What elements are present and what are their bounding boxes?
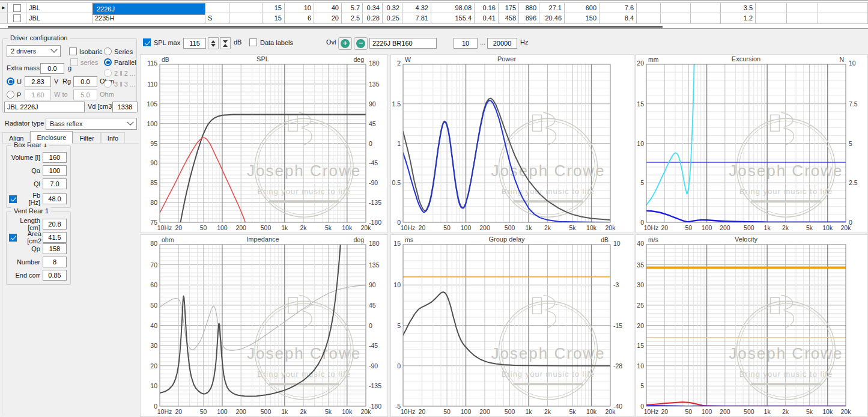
table-cell[interactable]: 6 — [285, 13, 314, 23]
table-cell[interactable]: 40 — [314, 3, 342, 13]
power-ohm-input[interactable] — [73, 90, 97, 100]
table-cell[interactable]: 98.08 — [431, 3, 475, 13]
table-cell[interactable]: 600 — [565, 3, 599, 13]
table-cell[interactable]: 5.7 — [342, 3, 363, 13]
table-cell[interactable]: 0.34 — [363, 3, 383, 13]
table-cell[interactable]: 175 — [499, 3, 519, 13]
spin-up-down-button[interactable] — [208, 37, 219, 49]
table-cell[interactable]: 4.32 — [402, 3, 431, 13]
extra-mass-input[interactable] — [40, 63, 64, 74]
data-labels-checkbox[interactable]: Data labels — [249, 38, 293, 46]
table-cell[interactable] — [787, 3, 818, 13]
row-checkbox[interactable] — [8, 3, 26, 13]
table-cell[interactable]: 15 — [263, 13, 285, 23]
table-cell[interactable] — [661, 13, 691, 23]
table-cell[interactable] — [818, 3, 868, 13]
fit-scale-button[interactable] — [220, 37, 231, 49]
vent-area-input[interactable] — [43, 232, 67, 243]
row-checkbox[interactable] — [8, 13, 26, 23]
vent-number-input[interactable] — [43, 257, 67, 267]
left-tick-label: 70 — [150, 261, 157, 269]
voltage-input[interactable] — [25, 76, 51, 87]
table-cell[interactable]: 10 — [285, 3, 314, 13]
spl-max-checkbox[interactable]: SPL max — [143, 38, 180, 46]
table-cell[interactable] — [691, 13, 721, 23]
horizontal-scrollbar[interactable] — [8, 26, 663, 28]
table-cell[interactable]: 27.1 — [539, 3, 565, 13]
fb-checkbox[interactable] — [9, 195, 17, 203]
tab-enclosure[interactable]: Enclosure — [30, 131, 73, 144]
power-radio[interactable]: P — [7, 91, 21, 99]
table-cell[interactable]: 3.5 — [721, 3, 756, 13]
table-cell[interactable]: 880 — [519, 3, 539, 13]
table-cell[interactable]: 7.81 — [402, 13, 431, 23]
spl-max-input[interactable] — [183, 38, 206, 49]
table-cell[interactable] — [637, 13, 661, 23]
table-row[interactable]: JBL2235HS156202.50.280.257.81155.40.4145… — [0, 13, 868, 24]
table-cell[interactable]: 20.46 — [539, 13, 565, 23]
radiator-type-select[interactable]: Bass reflex — [46, 118, 137, 130]
vent-length-input[interactable] — [43, 219, 67, 230]
freq-max-input[interactable] — [487, 38, 517, 49]
table-cell[interactable]: JBL — [26, 13, 93, 23]
left-tick-label: 30 — [150, 342, 157, 349]
table-cell[interactable]: 15 — [263, 3, 285, 13]
overlay-name-input[interactable] — [369, 38, 437, 49]
qa-input[interactable] — [43, 165, 67, 176]
table-cell[interactable] — [691, 3, 721, 13]
table-cell[interactable] — [229, 3, 263, 13]
table-row[interactable]: ▶JBL2226J1510405.70.340.324.3298.080.161… — [0, 2, 868, 13]
rg-input[interactable] — [73, 76, 97, 87]
area-checkbox[interactable] — [9, 234, 17, 242]
overlay-remove-button[interactable]: − — [354, 37, 368, 50]
table-cell[interactable] — [818, 13, 868, 23]
qp-input[interactable] — [43, 243, 67, 254]
vd-input[interactable] — [112, 102, 138, 112]
table-cell[interactable]: 0.28 — [363, 13, 383, 23]
two-par-two-radio[interactable]: 2 ‖ 2 ... — [104, 69, 135, 77]
table-cell[interactable]: 458 — [499, 13, 519, 23]
fb-input[interactable] — [43, 193, 67, 204]
voltage-radio[interactable]: U — [7, 78, 22, 85]
table-cell[interactable]: 1.2 — [721, 13, 756, 23]
table-cell[interactable] — [756, 13, 787, 23]
table-cell[interactable]: 20 — [314, 13, 342, 23]
drivers-count-select[interactable]: 2 drivers — [7, 45, 61, 57]
table-cell[interactable] — [661, 3, 691, 13]
table-cell[interactable]: 2235H — [93, 13, 205, 23]
table-cell[interactable] — [205, 3, 229, 13]
table-cell[interactable] — [756, 3, 787, 13]
isobaric-checkbox[interactable]: Isobaric — [69, 47, 103, 55]
tab-filter[interactable]: Filter — [73, 132, 100, 144]
table-cell[interactable]: 0.41 — [475, 13, 499, 23]
parallel-radio[interactable]: Parallel — [104, 58, 136, 66]
overlay-add-button[interactable]: + — [338, 37, 352, 50]
driver-name-input[interactable] — [4, 102, 85, 112]
row-selector-icon[interactable] — [0, 13, 8, 23]
table-cell[interactable]: 0.32 — [383, 3, 402, 13]
table-cell[interactable]: S — [205, 13, 229, 23]
ql-input[interactable] — [43, 178, 67, 189]
x-tick-label: 100 — [217, 408, 228, 415]
volume-input[interactable] — [43, 152, 67, 163]
table-cell[interactable]: 0.16 — [475, 3, 499, 13]
left-tick-label: 105 — [147, 100, 157, 108]
table-cell[interactable]: 8.4 — [599, 13, 637, 23]
table-cell[interactable] — [229, 13, 263, 23]
row-selector-icon[interactable]: ▶ — [0, 3, 8, 13]
table-cell[interactable]: 0.25 — [383, 13, 402, 23]
tab-info[interactable]: Info — [101, 132, 125, 144]
table-cell[interactable] — [787, 13, 818, 23]
freq-min-input[interactable] — [454, 38, 478, 49]
series-checkbox[interactable]: series — [70, 58, 98, 66]
table-cell[interactable]: 896 — [519, 13, 539, 23]
table-cell[interactable]: 2.5 — [342, 13, 363, 23]
end-corr-input[interactable] — [43, 270, 67, 281]
table-cell[interactable] — [637, 3, 661, 13]
series-radio[interactable]: Series — [104, 47, 133, 55]
table-cell[interactable]: JBL — [26, 3, 93, 13]
table-cell[interactable]: 150 — [565, 13, 599, 23]
table-cell[interactable]: 7.6 — [599, 3, 637, 13]
power-input[interactable] — [25, 90, 51, 100]
table-cell[interactable]: 155.4 — [431, 13, 475, 23]
